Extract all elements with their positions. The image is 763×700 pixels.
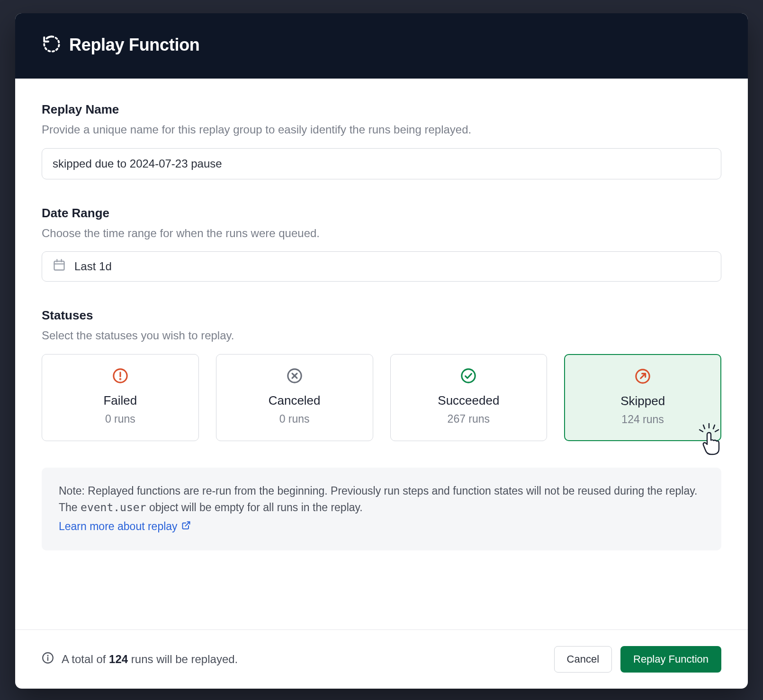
date-range-label: Date Range xyxy=(42,206,721,221)
cursor-hand-icon xyxy=(693,423,723,458)
status-card-failed[interactable]: Failed 0 runs xyxy=(42,354,199,441)
replay-function-button[interactable]: Replay Function xyxy=(620,646,721,673)
replay-name-section: Replay Name Provide a unique name for th… xyxy=(42,102,721,179)
svg-line-16 xyxy=(700,430,703,432)
svg-point-6 xyxy=(120,379,120,379)
date-range-value: Last 1d xyxy=(74,260,112,273)
status-label: Failed xyxy=(50,393,191,408)
svg-point-10 xyxy=(462,369,475,382)
statuses-section: Statuses Select the statuses you wish to… xyxy=(42,308,721,441)
replay-name-input[interactable] xyxy=(42,148,721,179)
replay-note: Note: Replayed functions are re-run from… xyxy=(42,468,721,550)
status-label: Canceled xyxy=(224,393,365,408)
external-link-icon xyxy=(181,518,191,535)
svg-line-12 xyxy=(641,374,645,379)
footer-actions: Cancel Replay Function xyxy=(554,646,721,673)
canceled-icon xyxy=(224,368,365,384)
skipped-icon xyxy=(573,368,713,384)
status-count: 0 runs xyxy=(50,413,191,425)
svg-point-21 xyxy=(47,656,48,656)
status-count: 124 runs xyxy=(573,413,713,426)
status-card-skipped[interactable]: Skipped 124 runs xyxy=(564,354,721,441)
modal-footer: A total of 124 runs will be replayed. Ca… xyxy=(15,629,748,689)
status-card-canceled[interactable]: Canceled 0 runs xyxy=(216,354,373,441)
replay-function-modal: Replay Function Replay Name Provide a un… xyxy=(15,13,748,689)
calendar-icon xyxy=(53,258,66,275)
failed-icon xyxy=(50,368,191,384)
svg-rect-0 xyxy=(54,261,64,270)
statuses-label: Statuses xyxy=(42,308,721,323)
total-prefix: A total of xyxy=(62,653,109,665)
note-code: event.user xyxy=(81,501,146,514)
date-range-help: Choose the time range for when the runs … xyxy=(42,225,721,241)
modal-header: Replay Function xyxy=(15,13,748,79)
status-label: Skipped xyxy=(573,394,713,408)
replay-name-label: Replay Name xyxy=(42,102,721,117)
svg-line-18 xyxy=(185,522,189,526)
total-count: 124 xyxy=(109,653,128,665)
cancel-button[interactable]: Cancel xyxy=(554,646,612,673)
info-icon xyxy=(42,652,54,667)
learn-more-text: Learn more about replay xyxy=(59,518,178,535)
succeeded-icon xyxy=(398,368,539,384)
status-card-succeeded[interactable]: Succeeded 267 runs xyxy=(390,354,548,441)
date-range-input[interactable]: Last 1d xyxy=(42,251,721,282)
status-label: Succeeded xyxy=(398,393,539,408)
status-count: 267 runs xyxy=(398,413,539,425)
note-text-suffix: object will be empty for all runs in the… xyxy=(146,501,363,514)
replay-name-help: Provide a unique name for this replay gr… xyxy=(42,122,721,138)
svg-line-15 xyxy=(713,425,715,429)
footer-total-info: A total of 124 runs will be replayed. xyxy=(42,652,238,667)
total-suffix: runs will be replayed. xyxy=(128,653,238,665)
modal-title: Replay Function xyxy=(69,35,200,55)
modal-body: Replay Name Provide a unique name for th… xyxy=(15,79,748,629)
statuses-help: Select the statuses you wish to replay. xyxy=(42,328,721,344)
status-count: 0 runs xyxy=(224,413,365,425)
svg-line-17 xyxy=(715,430,718,432)
status-grid: Failed 0 runs Canceled 0 runs xyxy=(42,354,721,441)
date-range-section: Date Range Choose the time range for whe… xyxy=(42,206,721,282)
replay-icon xyxy=(42,34,62,56)
learn-more-link[interactable]: Learn more about replay xyxy=(59,518,191,535)
